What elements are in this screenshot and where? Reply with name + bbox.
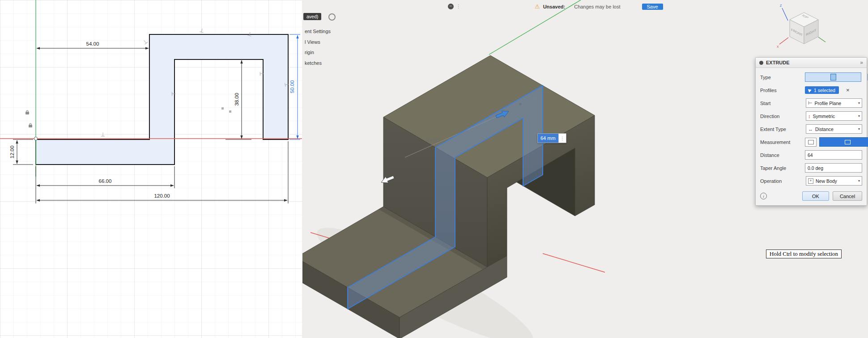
- distance-input-value[interactable]: 64 mm: [538, 134, 558, 143]
- whole-length-icon: [845, 140, 851, 144]
- ok-button[interactable]: OK: [802, 191, 829, 201]
- taper-angle-field[interactable]: 0.0 deg: [805, 163, 862, 173]
- cursor-icon: [808, 88, 812, 93]
- dimension-38-label[interactable]: 38.00: [234, 93, 239, 106]
- dialog-collapse-icon[interactable]: »: [860, 59, 863, 66]
- distance-value-input[interactable]: 64 mm ⋮: [537, 133, 566, 143]
- svg-text:⊥: ⊥: [101, 131, 105, 138]
- lock-constraint-icon: [29, 123, 32, 127]
- extent-type-label: Extent Type: [760, 127, 805, 132]
- start-dropdown[interactable]: ⊢ Profile Plane ▾: [806, 98, 862, 108]
- start-value: Profile Plane: [815, 101, 856, 106]
- row-distance: Distance 64: [760, 148, 862, 161]
- viewcube-x-axis: [779, 38, 788, 44]
- sketch-origin[interactable]: [34, 137, 38, 140]
- half-length-icon: [808, 140, 814, 144]
- browser-item-origin[interactable]: rigin: [305, 49, 314, 55]
- viewcube-y-axis: [818, 37, 825, 42]
- warning-icon: ⚠: [535, 3, 540, 10]
- row-measurement: Measurement: [760, 135, 862, 148]
- operation-value: New Body: [816, 178, 856, 184]
- dialog-feature-icon: [759, 61, 763, 65]
- dimension-12[interactable]: [13, 139, 33, 165]
- symmetric-icon: ↕: [808, 114, 811, 119]
- cancel-button[interactable]: Cancel: [833, 191, 862, 201]
- dialog-footer: i OK Cancel: [756, 187, 867, 205]
- lock-constraint-icon: [26, 110, 29, 114]
- type-extrude-button[interactable]: [805, 72, 861, 82]
- viewcube-z-label: Z: [780, 4, 782, 7]
- dialog-titlebar[interactable]: EXTRUDE »: [756, 58, 867, 68]
- svg-text:⊥: ⊥: [170, 92, 177, 96]
- measurement-whole-button[interactable]: [819, 137, 868, 147]
- toolbar-grip-icon[interactable]: ⋮: [456, 4, 461, 9]
- warning-message: Changes may be lost: [574, 4, 620, 9]
- row-start: Start ⊢ Profile Plane ▾: [760, 97, 862, 110]
- row-taper-angle: Taper Angle 0.0 deg: [760, 161, 862, 174]
- selection-hint-tooltip: Hold Ctrl to modify selection: [766, 249, 842, 258]
- toolbar-fragment: − ⋮: [448, 4, 461, 9]
- unsaved-warning-bar: ⚠ Unsaved: Changes may be lost Save: [535, 3, 663, 10]
- browser-item-document-settings[interactable]: ent Settings: [305, 28, 331, 34]
- clear-selection-icon[interactable]: ×: [846, 87, 850, 93]
- extrude-solid-icon: [830, 74, 836, 80]
- browser-item-sketches[interactable]: ketches: [305, 60, 322, 66]
- type-label: Type: [760, 75, 805, 80]
- extent-type-dropdown[interactable]: ↔ Distance ▾: [806, 124, 862, 134]
- type-thin-extrude-button[interactable]: [864, 72, 868, 82]
- distance-extent-icon: ↔: [808, 127, 813, 132]
- svg-text:⊥: ⊥: [141, 38, 149, 46]
- distance-label: Distance: [760, 152, 805, 158]
- row-extent-type: Extent Type ↔ Distance ▾: [760, 123, 862, 135]
- dimension-12-label[interactable]: 12.00: [9, 146, 15, 159]
- row-profiles: Profiles 1 selected ×: [760, 84, 862, 97]
- profiles-selected-count: 1 selected: [814, 88, 835, 93]
- row-direction: Direction ↕ Symmetric ▾: [760, 110, 862, 123]
- browser-item-named-views[interactable]: l Views: [305, 39, 320, 45]
- profile-plane-icon: ⊢: [808, 100, 813, 106]
- operation-label: Operation: [760, 178, 805, 184]
- chevron-down-icon: ▾: [858, 179, 860, 183]
- model-3d: 64.00: [296, 0, 605, 338]
- viewcube[interactable]: TOP FRONT RIGHT Z X: [773, 2, 827, 52]
- measurement-half-button[interactable]: [805, 138, 817, 147]
- extrude-distance-label: 64.00: [427, 138, 439, 143]
- direction-label: Direction: [760, 114, 805, 119]
- sketch-profile[interactable]: [36, 34, 288, 165]
- collapse-toolbar-icon[interactable]: −: [448, 4, 454, 9]
- input-drag-grip-icon[interactable]: ⋮: [558, 134, 566, 143]
- save-button[interactable]: Save: [642, 4, 663, 10]
- sketch-2d: 54.00 50.00 38.00 12.00: [0, 0, 302, 203]
- viewcube-x-label: X: [777, 45, 779, 48]
- direction-value: Symmetric: [813, 114, 856, 119]
- start-label: Start: [760, 101, 805, 106]
- dialog-title: EXTRUDE: [766, 60, 857, 65]
- direction-dropdown[interactable]: ↕ Symmetric ▾: [806, 111, 862, 121]
- fusion-window: 54.00 50.00 38.00 12.00: [0, 0, 868, 338]
- viewcube-z-axis: [782, 8, 788, 21]
- dimension-120-label[interactable]: 120.00: [154, 193, 170, 199]
- chevron-down-icon: ▾: [858, 101, 860, 105]
- svg-text:⊥: ⊥: [199, 27, 204, 34]
- operation-dropdown[interactable]: + New Body ▾: [806, 176, 862, 186]
- distance-field[interactable]: 64: [805, 150, 862, 160]
- measurement-label: Measurement: [760, 139, 805, 145]
- new-body-icon: +: [808, 178, 813, 184]
- dimension-66-label[interactable]: 66.00: [99, 178, 112, 184]
- row-type: Type: [760, 71, 862, 84]
- profiles-label: Profiles: [760, 88, 805, 93]
- taper-angle-label: Taper Angle: [760, 165, 805, 171]
- warning-label: Unsaved:: [543, 4, 566, 9]
- svg-text:⊥: ⊥: [259, 72, 265, 76]
- extrude-dialog: EXTRUDE » Type Profiles 1 selected ×: [755, 57, 867, 206]
- chevron-down-icon: ▾: [858, 114, 860, 118]
- world-x-axis: [543, 254, 605, 272]
- visibility-eye-icon[interactable]: [328, 13, 336, 21]
- dimension-54-label[interactable]: 54.00: [86, 41, 99, 46]
- info-icon[interactable]: i: [760, 193, 767, 199]
- browser-document-badge[interactable]: aved): [303, 13, 321, 20]
- chevron-down-icon: ▾: [858, 127, 860, 131]
- dimension-50-label[interactable]: 50.00: [289, 80, 295, 93]
- extent-type-value: Distance: [815, 127, 856, 132]
- profiles-selected-button[interactable]: 1 selected: [805, 86, 839, 94]
